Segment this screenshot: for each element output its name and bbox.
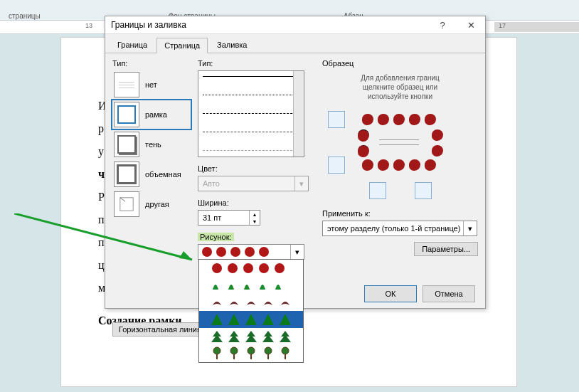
tab-page[interactable]: Страница [156,38,208,53]
svg-point-4 [216,247,226,257]
dialog-tabs: Граница Страница Заливка [105,34,485,53]
custom-icon [114,191,139,217]
border-bottom-toggle[interactable] [328,157,345,174]
options-button[interactable]: Параметры... [414,242,478,256]
svg-point-8 [212,263,222,273]
dialog-title: Границы и заливка [111,20,428,30]
art-option-apples[interactable] [199,260,303,277]
border-left-toggle[interactable] [369,182,386,199]
svg-point-28 [248,347,255,354]
svg-point-6 [245,247,255,257]
preview-label: Образец [322,59,478,68]
ok-button[interactable]: ОК [364,285,417,302]
svg-marker-19 [228,331,240,342]
svg-marker-20 [245,331,257,342]
art-option-pines[interactable] [199,328,303,345]
chevron-down-icon: ▾ [290,245,304,259]
line-style-list[interactable] [198,70,304,157]
svg-marker-14 [228,314,240,325]
art-dropdown-list [198,259,304,363]
width-label: Ширина: [198,198,315,207]
svg-point-11 [259,263,269,273]
art-label: Рисунок: [198,233,234,241]
svg-rect-2 [120,198,133,211]
box-icon [114,102,139,127]
borders-shading-dialog: Границы и заливка ? ✕ Граница Страница З… [105,16,486,309]
shadow-icon [114,132,139,157]
preview-box[interactable] [351,107,450,178]
width-spinner[interactable]: 31 пт ▲▼ [198,210,260,226]
svg-marker-16 [262,314,274,325]
none-icon [114,72,139,97]
help-button[interactable]: ? [428,16,457,33]
svg-marker-13 [211,314,223,325]
svg-point-32 [282,347,289,354]
horizontal-line-button[interactable]: Горизонтальная линия [112,322,208,337]
svg-point-5 [230,247,240,257]
apply-to-combo[interactable]: этому разделу (только 1-й странице) ▾ [322,221,477,236]
svg-point-12 [275,263,285,273]
tab-border[interactable]: Граница [110,37,155,53]
cancel-button[interactable]: Отмена [423,285,475,302]
chevron-down-icon: ▾ [463,221,477,235]
svg-marker-21 [262,331,274,342]
art-combo[interactable]: ▾ [198,244,304,260]
svg-marker-18 [211,331,223,342]
svg-point-9 [228,263,238,273]
art-option-trees-selected[interactable] [199,311,303,328]
setting-shadow[interactable]: тень [112,130,191,159]
border-right-toggle[interactable] [415,182,432,199]
threeD-icon [114,161,139,187]
setting-box[interactable]: рамка [112,100,191,129]
svg-point-26 [230,347,238,354]
setting-custom[interactable]: другая [112,190,191,218]
svg-point-24 [213,347,221,354]
close-button[interactable]: ✕ [457,16,485,33]
chevron-down-icon: ▾ [294,176,308,191]
apply-to-label: Применить к: [322,209,478,218]
color-label: Цвет: [198,164,315,173]
svg-marker-17 [280,314,291,325]
svg-marker-22 [280,331,291,342]
art-option-birds[interactable] [199,294,303,311]
border-top-toggle[interactable] [328,111,345,128]
spin-down[interactable]: ▼ [250,218,260,225]
scrollbar[interactable] [293,71,304,157]
svg-point-30 [265,347,272,354]
art-selected-swatch [198,245,290,258]
setting-3d[interactable]: объемная [112,160,191,189]
art-option-shells[interactable] [199,277,303,294]
ribbon-group-label: страницы [9,12,41,20]
svg-point-10 [243,263,253,273]
line-style-label: Тип: [198,59,315,68]
svg-marker-15 [245,314,257,325]
preview-hint: Для добавления границ щелкните образец и… [336,73,464,101]
setting-label: Тип: [112,59,191,68]
tab-shading[interactable]: Заливка [209,37,255,53]
color-combo[interactable]: Авто ▾ [198,176,309,191]
art-option-palms[interactable] [199,345,303,362]
setting-none[interactable]: нет [112,70,191,99]
spin-up[interactable]: ▲ [250,211,260,218]
svg-point-7 [259,247,269,257]
svg-point-3 [202,247,212,257]
